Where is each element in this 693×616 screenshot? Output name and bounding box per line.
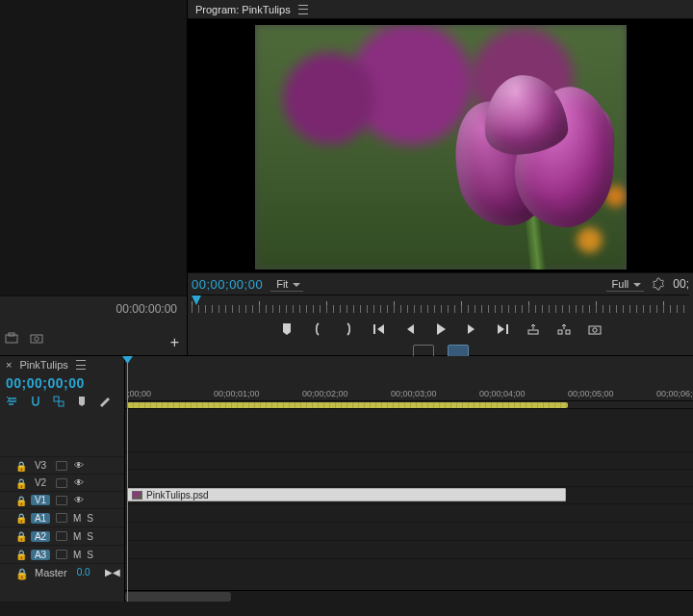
solo-toggle[interactable]: S [87, 513, 93, 524]
mute-toggle[interactable]: M [73, 513, 81, 524]
master-track-header[interactable]: 🔒 Master 0.0 ▶◀ [0, 563, 124, 580]
snap-toggle-icon[interactable] [29, 395, 42, 408]
mark-in-button[interactable] [310, 321, 325, 337]
svg-rect-6 [528, 330, 538, 334]
source-patch-toggle[interactable] [56, 461, 67, 471]
track-header-a1[interactable]: 🔒 A1 M S [0, 508, 124, 526]
lock-icon[interactable]: 🔒 [15, 531, 25, 541]
sequence-menu-icon[interactable] [76, 360, 86, 370]
solo-toggle[interactable]: S [87, 550, 93, 560]
lock-icon[interactable]: 🔒 [15, 461, 25, 471]
source-patch-toggle[interactable] [56, 550, 67, 559]
track-label[interactable]: V1 [31, 495, 50, 505]
program-tab[interactable]: Program: PinkTulips [188, 0, 693, 19]
lock-icon[interactable]: 🔒 [15, 513, 25, 523]
svg-rect-7 [558, 330, 562, 334]
zoom-select[interactable]: Fit [270, 277, 303, 292]
export-frame-icon[interactable] [4, 330, 19, 346]
ruler-label: 00;00;03;00 [391, 389, 437, 398]
ruler-label: 00;00;05;00 [568, 389, 614, 398]
track-header-v3[interactable]: 🔒 V3 👁 [0, 456, 124, 474]
eye-icon[interactable]: 👁 [73, 461, 85, 471]
export-frame-button[interactable] [587, 321, 603, 337]
add-marker-button[interactable] [279, 321, 295, 337]
lane-v2[interactable] [125, 469, 693, 486]
source-panel: 00:00:00:00 + [0, 0, 188, 355]
collapse-icon[interactable]: ▶◀ [105, 567, 120, 578]
source-patch-toggle[interactable] [56, 513, 67, 523]
timeline-scroll-thumb[interactable] [125, 592, 231, 602]
master-label: Master [35, 567, 67, 578]
lane-a1[interactable] [125, 503, 693, 522]
svg-rect-12 [59, 401, 64, 406]
timeline-settings-icon[interactable] [98, 395, 112, 408]
track-label[interactable]: A2 [31, 531, 50, 542]
program-scrubber[interactable] [192, 295, 689, 314]
source-patch-toggle[interactable] [56, 478, 67, 488]
timeline-scrollbar[interactable] [125, 590, 693, 602]
marker-tool-icon[interactable] [75, 395, 89, 408]
lane-v3[interactable] [125, 451, 693, 469]
add-panel-button[interactable]: + [170, 334, 179, 351]
track-label[interactable]: V3 [31, 460, 50, 471]
ruler-label: 00;00;01;00 [214, 389, 260, 398]
program-monitor[interactable] [188, 19, 693, 272]
lift-button[interactable] [526, 321, 541, 337]
track-label[interactable]: A3 [31, 550, 50, 560]
eye-icon[interactable]: 👁 [73, 496, 85, 505]
source-patch-toggle[interactable] [56, 531, 67, 541]
linked-selection-icon[interactable] [52, 395, 65, 408]
svg-rect-2 [31, 335, 42, 343]
program-frame [255, 25, 627, 270]
close-sequence-button[interactable]: × [6, 359, 12, 371]
go-to-in-button[interactable] [372, 321, 387, 337]
lock-icon[interactable]: 🔒 [15, 568, 25, 578]
lane-a3[interactable] [125, 540, 693, 558]
track-header-v1[interactable]: 🔒 V1 👁 [0, 491, 124, 508]
track-label[interactable]: A1 [31, 513, 50, 524]
program-controls: 00;00;00;00 Fit Full 00; [188, 272, 693, 355]
time-ruler[interactable]: ;00;0000;00;01;0000;00;02;0000;00;03;000… [125, 388, 693, 401]
go-to-out-button[interactable] [495, 321, 510, 337]
ruler-label: 00;00;06;00 [656, 389, 693, 398]
track-header-a2[interactable]: 🔒 A2 M S [0, 526, 124, 545]
snapshot-icon[interactable] [29, 330, 44, 346]
program-timecode[interactable]: 00;00;00;00 [192, 277, 263, 292]
playback-res-select[interactable]: Full [606, 277, 645, 292]
lock-icon[interactable]: 🔒 [15, 478, 25, 488]
panel-menu-icon[interactable] [298, 5, 308, 14]
source-patch-toggle[interactable] [56, 496, 67, 505]
sequence-timecode[interactable]: 00;00;00;00 [0, 373, 124, 395]
program-tab-label: Program: PinkTulips [195, 4, 291, 15]
timeline-tracks-area[interactable]: ;00;0000;00;01;0000;00;02;0000;00;03;000… [125, 356, 693, 602]
mute-toggle[interactable]: M [73, 531, 81, 542]
lane-master[interactable] [125, 558, 693, 576]
master-value[interactable]: 0.0 [77, 567, 90, 578]
work-area-bar[interactable] [125, 401, 693, 409]
solo-toggle[interactable]: S [87, 531, 93, 542]
program-panel: Program: PinkTulips 00;00;00;00 Fit Ful [188, 0, 693, 355]
clip[interactable]: PinkTulips.psd [127, 488, 566, 501]
track-header-a3[interactable]: 🔒 A3 M S [0, 545, 124, 563]
ruler-label: ;00;00 [127, 389, 151, 398]
play-button[interactable] [433, 321, 449, 337]
settings-icon[interactable] [652, 277, 665, 291]
timeline-playhead[interactable] [127, 356, 128, 602]
eye-icon[interactable]: 👁 [73, 478, 85, 488]
lock-icon[interactable]: 🔒 [15, 550, 25, 559]
clip-name: PinkTulips.psd [146, 490, 209, 500]
step-forward-button[interactable] [464, 321, 479, 337]
step-back-button[interactable] [402, 321, 418, 337]
track-label[interactable]: V2 [31, 477, 50, 488]
lock-icon[interactable]: 🔒 [15, 496, 25, 505]
svg-point-10 [592, 328, 596, 332]
sequence-tab-label[interactable]: PinkTulips [19, 359, 67, 371]
lane-a2[interactable] [125, 522, 693, 540]
extract-button[interactable] [556, 321, 572, 337]
mute-toggle[interactable]: M [73, 550, 81, 560]
nest-toggle-icon[interactable] [6, 395, 19, 408]
source-timecode[interactable]: 00:00:00:00 [116, 302, 177, 316]
track-header-v2[interactable]: 🔒 V2 👁 [0, 474, 124, 491]
lane-v1[interactable]: PinkTulips.psd [125, 486, 693, 503]
mark-out-button[interactable] [341, 321, 356, 337]
